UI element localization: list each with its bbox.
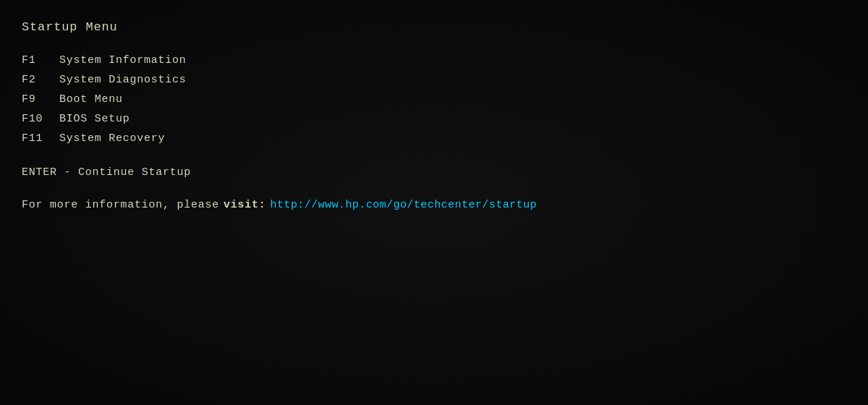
menu-item-f1[interactable]: F1 System Information <box>22 54 846 67</box>
key-f10: F10 <box>22 113 59 125</box>
url-link[interactable]: http://www.hp.com/go/techcenter/startup <box>271 199 537 211</box>
key-f11: F11 <box>22 132 59 145</box>
menu-item-f11[interactable]: F11 System Recovery <box>22 132 846 145</box>
menu-list: F1 System Information F2 System Diagnost… <box>22 54 846 145</box>
menu-item-f10[interactable]: F10 BIOS Setup <box>22 113 846 125</box>
label-f11: System Recovery <box>59 132 165 145</box>
info-line: For more information, please visit: http… <box>22 199 846 211</box>
key-f2: F2 <box>22 74 59 86</box>
key-f1: F1 <box>22 54 59 67</box>
label-f10: BIOS Setup <box>59 113 130 125</box>
screen-title: Startup Menu <box>22 20 846 34</box>
menu-item-f2[interactable]: F2 System Diagnostics <box>22 74 846 86</box>
label-f2: System Diagnostics <box>59 74 187 86</box>
key-f9: F9 <box>22 93 59 106</box>
label-f9: Boot Menu <box>59 93 123 106</box>
menu-item-f9[interactable]: F9 Boot Menu <box>22 93 846 106</box>
info-prefix: For more information, please <box>22 199 219 211</box>
enter-continue: ENTER - Continue Startup <box>22 166 846 179</box>
label-f1: System Information <box>59 54 187 67</box>
bios-screen: Startup Menu F1 System Information F2 Sy… <box>0 0 868 405</box>
visit-label: visit: <box>224 199 266 211</box>
